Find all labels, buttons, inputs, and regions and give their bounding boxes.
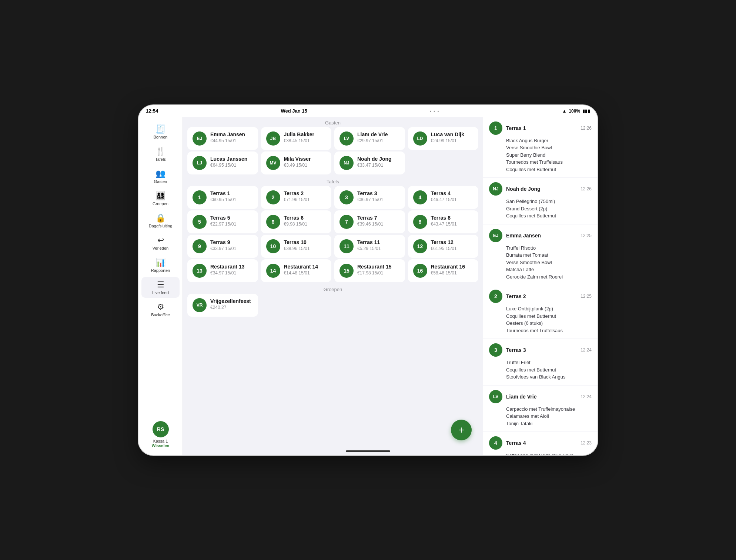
avatar: 15: [339, 264, 354, 278]
sidebar-label-gasten: Gasten: [154, 179, 167, 184]
sidebar-label-verleden: Verleden: [153, 246, 168, 250]
order-item: Verse Smoothie Bowl: [506, 259, 592, 266]
table-row[interactable]: 9 Terras 9 €33.97 15/01: [187, 235, 258, 258]
table-row[interactable]: LV Liam de Vrie €29.97 15/01: [334, 127, 405, 150]
table-row[interactable]: JB Julia Bakker €38.45 15/01: [261, 127, 332, 150]
card-name: Terras 5: [210, 215, 253, 221]
card-amount: €33.47 15/01: [357, 163, 400, 168]
order-item: Grand Dessert (2p): [506, 205, 592, 213]
sidebar-item-tafels[interactable]: 🍴 Tafels: [141, 144, 180, 164]
feed-title: Noah de Jong: [506, 186, 577, 192]
feed-orders: Kalfswang met Rode Wijn Saus: [506, 452, 592, 455]
card-name: Mila Visser: [284, 156, 327, 162]
feed-item[interactable]: 4 Terras 4 12:23 Kalfswang met Rode Wijn…: [483, 432, 598, 455]
sidebar-item-groepen[interactable]: 👨‍👩‍👧‍👦 Groepen: [141, 188, 180, 209]
feed-item[interactable]: 2 Terras 2 12:25 Luxe Ontbijtplank (2p)C…: [483, 285, 598, 339]
table-row[interactable]: 10 Terras 10 €38.96 15/01: [261, 235, 332, 258]
avatar: LV: [339, 131, 354, 146]
status-day: Wed Jan 15: [281, 108, 307, 114]
card-name: Noah de Jong: [357, 156, 400, 162]
table-row[interactable]: MV Mila Visser €3.49 15/01: [261, 151, 332, 174]
avatar: LD: [413, 131, 427, 146]
table-row[interactable]: 11 Terras 11 €5.29 15/01: [334, 235, 405, 258]
sidebar-label-bonnen: Bonnen: [154, 135, 168, 139]
feed-orders: Truffel RisottoBurrata met TomaatVerse S…: [506, 244, 592, 281]
dagafsluiting-icon: 🔒: [155, 213, 165, 223]
order-item: Gerookte Zalm met Roerei: [506, 273, 592, 281]
live-feed-panel: 1 Terras 1 12:26 Black Angus BurgerVerse…: [483, 117, 598, 455]
feed-item[interactable]: EJ Emma Jansen 12:25 Truffel RisottoBurr…: [483, 224, 598, 286]
avatar: MV: [266, 156, 280, 170]
sidebar: 🧾 Bonnen 🍴 Tafels 👥 Gasten 👨‍👩‍👧‍👦 Groep…: [138, 117, 183, 455]
sidebar-item-gasten[interactable]: 👥 Gasten: [141, 166, 180, 187]
status-bar: 12:54 Wed Jan 15 ▲ 100% ▮▮▮: [138, 105, 598, 117]
card-amount: €3.49 15/01: [284, 163, 327, 168]
feed-item[interactable]: 1 Terras 1 12:26 Black Angus BurgerVerse…: [483, 117, 598, 178]
table-row[interactable]: 7 Terras 7 €39.46 15/01: [334, 210, 405, 233]
sidebar-item-verleden[interactable]: ↩ Verleden: [141, 233, 180, 253]
table-row[interactable]: 14 Restaurant 14 €14.48 15/01: [261, 259, 332, 282]
sidebar-item-rapporten[interactable]: 📊 Rapporten: [141, 255, 180, 276]
card-name: Terras 12: [431, 239, 474, 245]
table-row[interactable]: 15 Restaurant 15 €17.98 15/01: [334, 259, 405, 282]
rapporten-icon: 📊: [155, 258, 165, 267]
feed-avatar: 2: [489, 290, 502, 303]
order-item: Coquilles met Butternut: [506, 313, 592, 320]
table-row[interactable]: 6 Terras 6 €9.98 15/01: [261, 210, 332, 233]
feed-item[interactable]: NJ Noah de Jong 12:26 San Pellegrino (75…: [483, 178, 598, 224]
table-row[interactable]: EJ Emma Jansen €44.95 15/01: [187, 127, 258, 150]
card-name: Restaurant 15: [357, 264, 400, 270]
table-row[interactable]: 4 Terras 4 €46.47 15/01: [408, 186, 479, 209]
table-row[interactable]: 13 Restaurant 13 €34.97 15/01: [187, 259, 258, 282]
table-row[interactable]: VR Vrijgezellenfeest €240.27: [187, 294, 258, 317]
table-row[interactable]: LJ Lucas Janssen €64.95 15/01: [187, 151, 258, 174]
feed-orders: Black Angus BurgerVerse Smoothie BowlSup…: [506, 137, 592, 173]
table-row[interactable]: LD Luca van Dijk €24.99 15/01: [408, 127, 479, 150]
feed-orders: Luxe Ontbijtplank (2p)Coquilles met Butt…: [506, 305, 592, 334]
order-item: Tournedos met Truffelsaus: [506, 159, 592, 166]
sidebar-item-dagafsluiting[interactable]: 🔒 Dagafsluiting: [141, 210, 180, 231]
sidebar-item-backoffice[interactable]: ⚙ Backoffice: [141, 299, 180, 320]
table-row[interactable]: 16 Restaurant 16 €58.46 15/01: [408, 259, 479, 282]
table-row[interactable]: 2 Terras 2 €71.96 15/01: [261, 186, 332, 209]
card-amount: €29.97 15/01: [357, 138, 400, 143]
table-row[interactable]: 3 Terras 3 €36.97 15/01: [334, 186, 405, 209]
sidebar-label-rapporten: Rapporten: [151, 268, 170, 273]
sidebar-item-live-feed[interactable]: ☰ Live feed: [141, 277, 180, 298]
feed-orders: Carpaccio met TruffelmayonaiseCalamares …: [506, 406, 592, 427]
avatar: LJ: [193, 156, 207, 170]
card-amount: €44.95 15/01: [210, 138, 253, 143]
card-name: Lucas Janssen: [210, 156, 253, 162]
home-indicator: [346, 450, 390, 452]
feed-title: Terras 2: [506, 293, 577, 299]
user-action[interactable]: Wisselen: [152, 443, 170, 448]
feed-orders: Truffel FrietCoquilles met ButternutStoo…: [506, 359, 592, 381]
order-item: Stoofvlees van Black Angus: [506, 373, 592, 381]
sidebar-label-groepen: Groepen: [153, 201, 168, 206]
gasten-section-label: Gasten: [183, 117, 483, 127]
user-avatar: RS: [153, 421, 169, 437]
order-item: Calamares met Aioli: [506, 413, 592, 420]
wifi-icon: ▲: [562, 109, 566, 114]
order-item: Truffel Friet: [506, 359, 592, 366]
card-amount: €240.27: [210, 305, 253, 310]
card-name: Terras 4: [431, 190, 474, 196]
feed-time: 12:24: [581, 347, 592, 353]
order-item: Black Angus Burger: [506, 137, 592, 144]
order-item: Matcha Latte: [506, 266, 592, 273]
avatar: 5: [193, 215, 207, 229]
table-row[interactable]: NJ Noah de Jong €33.47 15/01: [334, 151, 405, 174]
card-name: Terras 7: [357, 215, 400, 221]
order-item: Truffel Risotto: [506, 244, 592, 252]
table-row[interactable]: 12 Terras 12 €61.95 15/01: [408, 235, 479, 258]
table-row[interactable]: 1 Terras 1 €60.95 15/01: [187, 186, 258, 209]
sidebar-label-live-feed: Live feed: [152, 290, 169, 295]
feed-item[interactable]: LV Liam de Vrie 12:24 Carpaccio met Truf…: [483, 386, 598, 432]
feed-item[interactable]: 3 Terras 3 12:24 Truffel FrietCoquilles …: [483, 339, 598, 386]
add-button[interactable]: +: [451, 420, 472, 440]
table-row[interactable]: 5 Terras 5 €22.97 15/01: [187, 210, 258, 233]
feed-time: 12:26: [581, 126, 592, 131]
table-row[interactable]: 8 Terras 8 €43.47 15/01: [408, 210, 479, 233]
gasten-grid: EJ Emma Jansen €44.95 15/01 JB Julia Bak…: [183, 127, 483, 174]
sidebar-item-bonnen[interactable]: 🧾 Bonnen: [141, 121, 180, 142]
